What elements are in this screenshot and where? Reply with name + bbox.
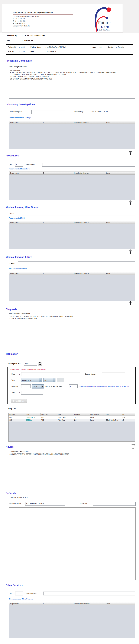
refresh-prescription-button[interactable] — [38, 362, 42, 366]
letterhead: Future Care by Future Holdings (Pty) Lim… — [2, 4, 123, 32]
way-colon: : — [19, 379, 20, 381]
uss-delete-button[interactable] — [128, 249, 132, 254]
column-header: Status — [105, 602, 135, 605]
column-header: Way — [57, 413, 74, 416]
patient-id-value: 10658 — [21, 46, 26, 48]
duration-type-select[interactable]: Day/s ▼ — [32, 384, 44, 388]
referral-listbox[interactable] — [9, 508, 136, 580]
drug-table-header: Drug ID Drug Fequency Way Duration Durat… — [8, 413, 135, 416]
consulted-by-label: Consulted By — [6, 35, 17, 36]
other-services-table-header: Department ID Investigation / Service St… — [10, 602, 135, 605]
drug-row[interactable]: 328 OMEPRAZOLE BID Before Meal 10 Day/s … — [8, 416, 135, 419]
add-drug-button[interactable]: + Add Drug — [11, 399, 27, 403]
drug-duration-cell: 10 — [74, 416, 89, 419]
drug-duration-type-cell: Day/s — [89, 416, 105, 419]
drug-note-cell — [105, 416, 121, 419]
xray-input[interactable] — [18, 262, 136, 265]
way-selected-value: Before Meal — [21, 380, 39, 381]
column-header: ID — [42, 602, 73, 605]
procedures-delete-button[interactable] — [128, 200, 132, 205]
patient-name-value: LYDIA NAIRA NAMWIMA — [47, 46, 66, 48]
uss-table-body[interactable] — [10, 224, 135, 249]
uss-input[interactable] — [18, 212, 136, 216]
xray-delete-button[interactable] — [128, 301, 132, 306]
uss-table: Department ID Investigation/Service Stat… — [9, 221, 135, 249]
drug-way-cell: After Meal — [57, 419, 74, 422]
drug-name-cell: SODIUM — [25, 419, 40, 422]
company-email: E: jude@future.sc — [13, 22, 26, 24]
tablets-per-meal-input[interactable] — [69, 384, 78, 388]
other-services-input[interactable] — [43, 592, 136, 596]
column-header: Investigation / Service — [73, 602, 105, 605]
procedures-input[interactable] — [42, 163, 136, 166]
visit-date-value: 2025-08-20 — [47, 50, 56, 52]
logo-text-future: Future — [98, 20, 110, 25]
column-header: Department — [10, 121, 42, 124]
column-header: ID — [42, 172, 73, 174]
drug-qty-cell: 1.0 — [121, 419, 135, 422]
prescription-id-input[interactable] — [24, 362, 37, 366]
consultant-input[interactable] — [93, 502, 136, 506]
drug-duration-cell: 2.5 — [74, 419, 89, 422]
referring-doctor-input[interactable] — [25, 502, 65, 506]
drug-id-cell: 318 — [8, 419, 25, 422]
column-header: Investigation/Service — [73, 172, 105, 174]
column-header: Investigation/Service — [73, 121, 105, 124]
drug-qty-cell: 20.0 — [121, 416, 135, 419]
other-services-table-body[interactable] — [10, 605, 135, 638]
complaints-sublabel: Enter Complaints Here — [9, 66, 27, 68]
drug-row[interactable]: 318 SODIUM TID After Meal 2.5 Day/s 20ml… — [8, 419, 135, 422]
visit-id-value: 22936 — [21, 50, 26, 52]
lab-recommended-label: Recommended Lab Testings — [9, 117, 31, 119]
trash-icon — [129, 200, 132, 205]
xray-table-body[interactable] — [10, 275, 135, 301]
uss-recommended-label: Recommended USS — [9, 217, 25, 219]
drug-input[interactable] — [21, 372, 80, 376]
complaints-textarea[interactable]: PATIENT SEEN. BEING EVALUATED 1. GASTRIT… — [9, 69, 136, 98]
drug-frequency-cell: BID — [40, 416, 57, 419]
visit-id-colon: : — [19, 50, 20, 52]
other-services-table: Department ID Investigation / Service St… — [9, 602, 135, 638]
way-select[interactable]: Before Meal ▼ — [21, 378, 42, 382]
frequency-selected-value: OD — [44, 380, 53, 381]
drug-table-empty-area[interactable] — [8, 422, 135, 442]
xray-title: Medical Imaging X-Ray — [6, 256, 32, 258]
procedures-qty-input[interactable] — [15, 163, 23, 166]
column-header: Department — [10, 602, 42, 605]
advice-textarea[interactable]: COUNSEL PATIENT TO SCREEN FOR PROFILE TH… — [9, 453, 136, 484]
duration-input[interactable] — [21, 384, 31, 388]
procedures-table-body[interactable] — [10, 175, 135, 200]
lab-table-body[interactable] — [10, 124, 135, 149]
way-label: Way — [12, 379, 15, 381]
uss-input-label: USS : — [10, 213, 14, 215]
column-header: Fequency — [40, 413, 57, 416]
company-number: Company No.8417652-2 — [13, 25, 30, 27]
diagnosis-textarea[interactable]: 1. GASTRITIS SECONDARY ? PEPTIC ULCER DI… — [9, 315, 136, 346]
lab-delete-button[interactable] — [128, 150, 132, 156]
column-header: Duration Type — [89, 413, 105, 416]
drug-delete-button[interactable] — [131, 443, 136, 449]
total-input[interactable] — [21, 391, 43, 394]
drug-duration-type-cell: Day/s — [89, 419, 105, 422]
drug-colon: : — [19, 373, 20, 375]
prescription-id-label: Prescription ID : — [8, 363, 20, 364]
consult-date-value: 2025-08-20 — [24, 40, 33, 42]
special-notes-input[interactable] — [102, 372, 126, 376]
other-services-qty-input[interactable] — [15, 592, 23, 596]
trash-icon — [129, 301, 132, 306]
refresh-icon — [38, 362, 42, 365]
procedures-table: Department ID Investigation/Service Stat… — [9, 172, 135, 200]
company-name-underline — [13, 14, 73, 15]
gender-value: Female — [118, 46, 124, 48]
lab-investigation-input[interactable] — [32, 110, 65, 114]
frequency-select[interactable]: OD ▼ — [43, 378, 56, 382]
total-colon: : — [19, 392, 20, 394]
referrals-sublabel: Select the needed Refferal — [9, 496, 28, 498]
uss-title: Medical Imaging Ultra Sound — [6, 206, 38, 208]
company-name: Future Care by Future Holdings (Pty) Lim… — [13, 11, 53, 14]
column-header: Drug — [25, 413, 40, 416]
drug-entry-panel: Please select the Drug from Drug suggess… — [8, 367, 136, 404]
lab-title: Laboratory Investigations — [6, 103, 35, 106]
drug-note-cell: 20mls 1hr befor... — [105, 419, 121, 422]
company-address: Le Chainter,Victoria,Mahe,Seychelles — [13, 16, 39, 17]
